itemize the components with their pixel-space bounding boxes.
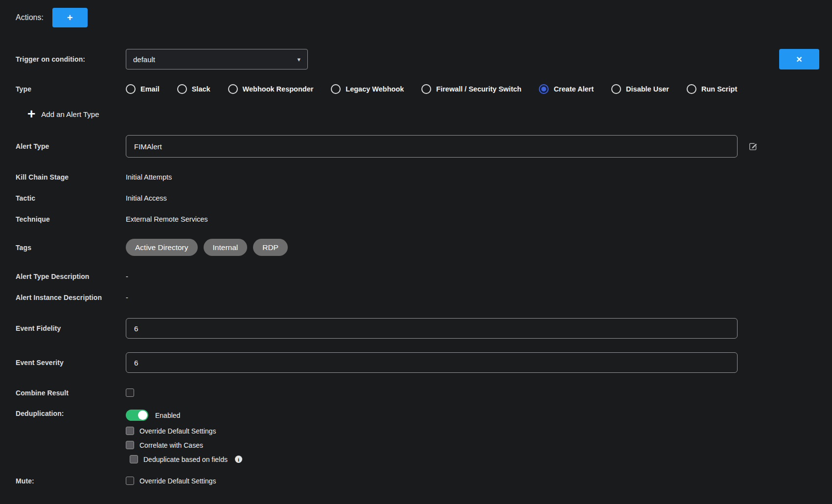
- radio-label: Slack: [192, 85, 210, 93]
- deduplicate-based-on-fields-checkbox[interactable]: [130, 455, 138, 463]
- alert-instance-description-value: -: [126, 294, 128, 301]
- kill-chain-stage-label: Kill Chain Stage: [16, 173, 126, 181]
- event-severity-label: Event Severity: [16, 359, 126, 367]
- technique-row: Technique External Remote Services: [16, 215, 832, 223]
- radio-label: Webhook Responder: [243, 85, 314, 93]
- alert-type-description-value: -: [126, 273, 128, 280]
- tags-row: Tags Active Directory Internal RDP: [16, 239, 832, 256]
- alert-type-description-row: Alert Type Description -: [16, 273, 832, 280]
- kill-chain-stage-row: Kill Chain Stage Initial Attempts: [16, 173, 832, 181]
- correlate-with-cases-option: Correlate with Cases: [126, 441, 242, 449]
- alert-type-row: Alert Type: [16, 135, 832, 158]
- radio-create-alert[interactable]: Create Alert: [539, 84, 594, 94]
- technique-value: External Remote Services: [126, 215, 208, 223]
- tags-label: Tags: [16, 244, 126, 252]
- radio-label: Run Script: [701, 85, 737, 93]
- radio-icon: [421, 84, 431, 94]
- radio-icon: [126, 84, 136, 94]
- alert-instance-description-row: Alert Instance Description -: [16, 294, 832, 301]
- alert-type-label: Alert Type: [16, 142, 126, 150]
- info-icon[interactable]: i: [235, 456, 242, 463]
- chevron-down-icon: ▾: [297, 56, 300, 63]
- actions-header: Actions: +: [16, 8, 832, 27]
- radio-label: Create Alert: [554, 85, 594, 93]
- event-fidelity-row: Event Fidelity: [16, 318, 832, 339]
- radio-icon: [611, 84, 621, 94]
- radio-label: Firewall / Security Switch: [436, 85, 521, 93]
- event-severity-input[interactable]: [126, 352, 738, 373]
- radio-run-script[interactable]: Run Script: [687, 84, 737, 94]
- mute-row: Mute: Override Default Settings: [16, 477, 832, 485]
- type-label: Type: [16, 85, 126, 93]
- mute-checkbox-label: Override Default Settings: [139, 477, 216, 485]
- radio-icon: [539, 84, 549, 94]
- deduplication-label: Deduplication:: [16, 410, 126, 417]
- radio-disable-user[interactable]: Disable User: [611, 84, 669, 94]
- checkbox-label: Override Default Settings: [139, 427, 216, 435]
- radio-label: Email: [140, 85, 160, 93]
- radio-legacy-webhook[interactable]: Legacy Webhook: [331, 84, 404, 94]
- event-fidelity-label: Event Fidelity: [16, 324, 126, 332]
- tactic-row: Tactic Initial Access: [16, 194, 832, 202]
- radio-label: Legacy Webhook: [346, 85, 404, 93]
- mute-label: Mute:: [16, 477, 126, 485]
- mute-content: Override Default Settings: [126, 477, 216, 485]
- mute-override-checkbox[interactable]: [126, 477, 134, 485]
- tag-pill: Active Directory: [126, 239, 198, 256]
- radio-icon: [228, 84, 238, 94]
- remove-action-button[interactable]: ✕: [779, 49, 819, 69]
- add-alert-type-label: Add an Alert Type: [41, 110, 99, 118]
- combine-result-checkbox[interactable]: [126, 389, 134, 397]
- radio-email[interactable]: Email: [126, 84, 160, 94]
- override-default-settings-option: Override Default Settings: [126, 427, 242, 435]
- deduplication-row: Deduplication: Enabled Override Default …: [16, 410, 832, 463]
- edit-icon[interactable]: [748, 142, 758, 151]
- combine-result-row: Combine Result: [16, 389, 832, 397]
- close-icon: ✕: [796, 55, 802, 64]
- radio-label: Disable User: [626, 85, 669, 93]
- alert-type-description-label: Alert Type Description: [16, 273, 126, 280]
- kill-chain-stage-value: Initial Attempts: [126, 173, 172, 181]
- radio-slack[interactable]: Slack: [177, 84, 210, 94]
- alert-action-panel: Actions: + Trigger on condition: default…: [0, 0, 832, 504]
- alert-type-input[interactable]: [126, 135, 738, 158]
- trigger-row: Trigger on condition: default ▾: [16, 49, 832, 69]
- radio-icon: [687, 84, 696, 94]
- plus-icon: +: [67, 12, 73, 23]
- trigger-selected-value: default: [133, 55, 155, 64]
- radio-firewall-security-switch[interactable]: Firewall / Security Switch: [421, 84, 521, 94]
- tag-pill: RDP: [253, 239, 288, 256]
- technique-label: Technique: [16, 215, 126, 223]
- checkbox-label: Deduplicate based on fields: [143, 456, 228, 463]
- alert-instance-description-label: Alert Instance Description: [16, 294, 126, 301]
- action-type-radio-group: Email Slack Webhook Responder Legacy Web…: [126, 84, 737, 94]
- tactic-value: Initial Access: [126, 194, 167, 202]
- combine-result-label: Combine Result: [16, 389, 126, 397]
- override-default-settings-checkbox[interactable]: [126, 427, 134, 435]
- deduplicate-based-on-fields-option: Deduplicate based on fields i: [126, 455, 242, 463]
- event-severity-row: Event Severity: [16, 352, 832, 373]
- deduplication-toggle-label: Enabled: [155, 412, 180, 419]
- deduplication-toggle-row: Enabled: [126, 410, 242, 421]
- add-alert-type-link[interactable]: + Add an Alert Type: [16, 108, 832, 120]
- add-action-button[interactable]: +: [52, 8, 88, 27]
- radio-icon: [177, 84, 187, 94]
- radio-icon: [331, 84, 341, 94]
- event-fidelity-input[interactable]: [126, 318, 738, 339]
- actions-label: Actions:: [16, 13, 44, 22]
- checkbox-label: Correlate with Cases: [139, 441, 203, 449]
- tag-list: Active Directory Internal RDP: [126, 239, 288, 256]
- toggle-knob: [138, 411, 147, 420]
- trigger-label: Trigger on condition:: [16, 55, 126, 63]
- tactic-label: Tactic: [16, 194, 126, 202]
- tag-pill: Internal: [204, 239, 248, 256]
- radio-webhook-responder[interactable]: Webhook Responder: [228, 84, 314, 94]
- trigger-condition-select[interactable]: default ▾: [126, 49, 308, 69]
- deduplication-content: Enabled Override Default Settings Correl…: [126, 410, 242, 463]
- correlate-with-cases-checkbox[interactable]: [126, 441, 134, 449]
- type-row: Type Email Slack Webhook Responder Legac…: [16, 84, 832, 94]
- plus-icon: +: [27, 108, 35, 120]
- deduplication-toggle[interactable]: [126, 410, 148, 421]
